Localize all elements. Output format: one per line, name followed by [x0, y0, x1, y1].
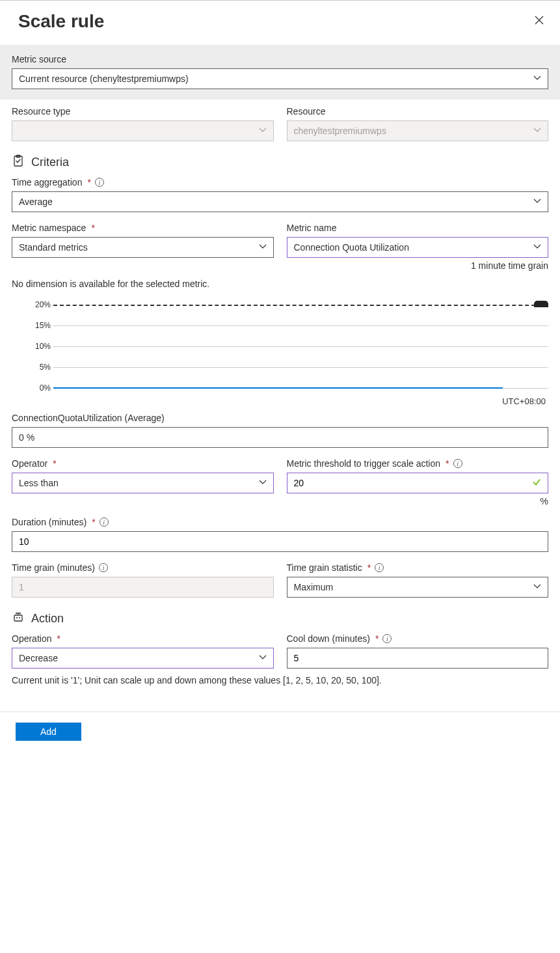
check-icon: [532, 478, 541, 489]
operation-value: Decrease: [19, 653, 58, 663]
info-icon[interactable]: i: [453, 459, 462, 468]
metric-namespace-value: Standard metrics: [19, 242, 88, 253]
metric-name-label: Metric name: [287, 223, 549, 233]
resource-type-label: Resource type: [12, 106, 274, 117]
time-grain-input: 1: [12, 577, 274, 598]
chevron-down-icon: [533, 582, 541, 592]
resource-label: Resource: [287, 106, 549, 117]
ytick-label: 5%: [26, 363, 51, 372]
cooldown-input[interactable]: [287, 648, 549, 669]
time-grain-statistic-value: Maximum: [294, 582, 334, 592]
cooldown-field[interactable]: [294, 653, 529, 663]
ytick-label: 15%: [26, 321, 51, 330]
threshold-line: [53, 305, 548, 306]
duration-input[interactable]: [12, 531, 548, 552]
metric-name-select[interactable]: Connection Quota Utilization: [287, 237, 549, 258]
metric-value-display: 0 %: [12, 427, 548, 448]
chart-data-line: [53, 387, 503, 389]
close-icon[interactable]: [531, 12, 547, 31]
duration-label: Duration (minutes)* i: [12, 517, 548, 527]
resource-select: chenyltestpremiumwps: [287, 120, 549, 141]
info-icon[interactable]: i: [100, 518, 109, 527]
metric-namespace-select[interactable]: Standard metrics: [12, 237, 274, 258]
operation-select[interactable]: Decrease: [12, 648, 274, 669]
operator-select[interactable]: Less than: [12, 473, 274, 493]
info-icon[interactable]: i: [99, 563, 108, 572]
chevron-down-icon: [533, 126, 541, 136]
duration-field[interactable]: [19, 536, 528, 547]
cooldown-label: Cool down (minutes)* i: [287, 633, 549, 644]
svg-point-6: [20, 613, 21, 614]
no-dimension-text: No dimension is available for the select…: [12, 279, 548, 289]
svg-point-3: [16, 617, 18, 618]
metric-source-select[interactable]: Current resource (chenyltestpremiumwps): [12, 68, 548, 89]
info-icon[interactable]: i: [95, 178, 104, 187]
chevron-down-icon: [259, 653, 267, 663]
chart-timezone: UTC+08:00: [26, 396, 548, 406]
time-grain-label: Time grain (minutes) i: [12, 562, 274, 573]
svg-rect-2: [14, 615, 22, 621]
operator-value: Less than: [19, 478, 59, 488]
ytick-label: 0%: [26, 383, 51, 393]
metric-chart: 20% 15% 10% 5% 0% UTC+08:00: [0, 299, 560, 406]
chevron-down-icon: [533, 74, 541, 84]
threshold-label: Metric threshold to trigger scale action…: [287, 458, 549, 469]
metric-name-value: Connection Quota Utilization: [294, 242, 409, 253]
svg-point-5: [16, 613, 17, 614]
time-grain-statistic-select[interactable]: Maximum: [287, 577, 549, 598]
threshold-input[interactable]: [287, 473, 549, 493]
chevron-down-icon: [533, 242, 541, 253]
time-aggregation-value: Average: [19, 197, 53, 207]
time-aggregation-label: Time aggregation* i: [12, 177, 548, 187]
page-title: Scale rule: [18, 11, 104, 32]
criteria-heading: Criteria: [12, 154, 548, 171]
chevron-down-icon: [533, 197, 541, 207]
metric-legend-label: ConnectionQuotaUtilization (Average): [12, 413, 548, 423]
metric-source-value: Current resource (chenyltestpremiumwps): [19, 74, 189, 84]
unit-hint-text: Current unit is '1'; Unit can scale up a…: [12, 675, 548, 685]
operator-label: Operator*: [12, 458, 274, 469]
chart-data-marker: [534, 301, 548, 307]
svg-point-4: [19, 617, 20, 618]
info-icon[interactable]: i: [382, 634, 392, 643]
resource-type-select: [12, 120, 274, 141]
operation-label: Operation*: [12, 633, 274, 644]
time-grain-note: 1 minute time grain: [287, 260, 549, 271]
chevron-down-icon: [259, 242, 267, 253]
metric-source-label: Metric source: [12, 54, 548, 64]
metric-namespace-label: Metric namespace*: [12, 223, 274, 233]
ytick-label: 10%: [26, 342, 51, 351]
threshold-unit: %: [287, 496, 549, 506]
robot-icon: [12, 611, 25, 627]
chevron-down-icon: [259, 126, 267, 136]
threshold-field[interactable]: [294, 478, 529, 488]
ytick-label: 20%: [26, 300, 51, 309]
time-aggregation-select[interactable]: Average: [12, 191, 548, 212]
action-heading: Action: [12, 611, 548, 627]
chevron-down-icon: [259, 478, 267, 488]
time-grain-statistic-label: Time grain statistic* i: [287, 562, 549, 573]
info-icon[interactable]: i: [375, 563, 384, 572]
resource-value: chenyltestpremiumwps: [294, 126, 386, 136]
clipboard-icon: [12, 154, 25, 171]
add-button[interactable]: Add: [16, 723, 81, 741]
